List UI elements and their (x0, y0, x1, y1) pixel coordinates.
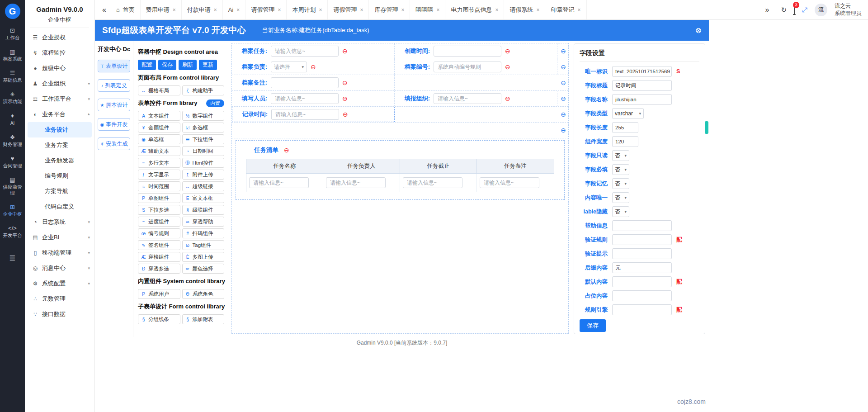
sidebar-item[interactable]: ⚙ 系统配置 ▾ (25, 276, 94, 291)
form-control-button[interactable]: ☰ 下拉组件 (182, 134, 225, 144)
builtin-badge[interactable]: 内置 (206, 99, 224, 107)
form-control-button[interactable]: Æ 辅助文本 (138, 146, 180, 156)
field-select[interactable]: 请选择▾ (271, 62, 307, 72)
tab[interactable]: 请假管理 × (245, 0, 287, 19)
settings-input[interactable] (612, 220, 672, 231)
sidebar-item[interactable]: ▤ 企业BI ▾ (25, 230, 94, 245)
settings-input[interactable] (612, 276, 672, 287)
form-control-button[interactable]: ⓔ Html控件 (182, 158, 225, 168)
settings-config-link[interactable]: 配 (676, 278, 682, 286)
tab[interactable]: ⌂ 首页 (111, 0, 141, 19)
rail-item[interactable]: </> 开发平台 (0, 221, 25, 242)
field-input[interactable]: 请输入信息~ (271, 46, 339, 57)
fullscreen-icon[interactable]: ⤢ (802, 6, 807, 14)
rail-item[interactable]: ✦ Ai (0, 109, 25, 130)
tab-close-icon[interactable]: × (278, 7, 281, 13)
subform-control-button[interactable]: § 添加附表 (182, 314, 225, 324)
tasklist-cell-input[interactable]: 请输入信息~ (480, 177, 539, 188)
sidebar-item[interactable]: ◎ 消息中心 ▾ (25, 260, 94, 276)
tab[interactable]: 本周计划 × (287, 0, 328, 19)
layout-control-button[interactable]: ζ 构建助手 (182, 85, 225, 95)
settings-select[interactable]: 否▾ (612, 164, 629, 175)
form-control-button[interactable]: ~ 进度组件 (138, 217, 180, 227)
form-control-button[interactable]: E 富文本框 (182, 193, 225, 203)
settings-select[interactable]: 否▾ (612, 206, 629, 217)
settings-input[interactable] (612, 234, 672, 245)
form-control-button[interactable]: ≡ 多行文本 (138, 158, 180, 168)
tab-close-icon[interactable]: × (360, 7, 363, 13)
sidebar-item[interactable]: 业务设计 (28, 122, 92, 137)
form-field-cell[interactable]: 档案任务: 请输入信息~ ⊖ (232, 43, 395, 59)
tab[interactable]: 库存管理 × (369, 0, 410, 19)
tasklist-cell-input[interactable]: 请输入信息~ (403, 177, 462, 188)
tab[interactable]: Ai × (223, 0, 246, 19)
sidebar-item[interactable]: ◐ 业务平台 ▾ (25, 107, 94, 122)
settings-input[interactable]: text_202510171512569 (612, 66, 672, 77)
dev-center-button[interactable]: ♪ 列表定义 (98, 79, 130, 92)
form-control-button[interactable]: S 下拉多选 (138, 205, 180, 215)
tab-close-icon[interactable]: × (319, 7, 322, 13)
row-delete-icon[interactable]: ⊖ (561, 79, 566, 86)
form-control-button[interactable]: ✏ 颜色选择 (182, 264, 225, 274)
dev-center-button[interactable]: ★ 脚本设计 (98, 99, 130, 111)
rail-item[interactable]: ▤ 供应商管理 (0, 173, 25, 200)
tab[interactable]: 嘻嘻嘻 × (410, 0, 445, 19)
form-control-button[interactable]: Æ 穿梭组件 (138, 252, 180, 262)
form-control-button[interactable]: Đ 穿透多选 (138, 264, 180, 274)
rail-menu-icon[interactable]: ☰ (9, 254, 15, 262)
subform-control-button[interactable]: § 分组线条 (138, 314, 180, 324)
settings-select[interactable]: 否▾ (612, 150, 629, 161)
system-control-button[interactable]: P 系统用户 (138, 289, 180, 299)
canvas-action-button[interactable]: 配置 (138, 60, 156, 70)
field-input[interactable]: 请输入信息~ (271, 109, 339, 120)
form-control-button[interactable]: ω Tag组件 (182, 240, 225, 250)
field-delete-icon[interactable]: ⊖ (311, 64, 316, 70)
field-delete-icon[interactable]: ⊖ (505, 95, 510, 102)
sidebar-item[interactable]: 代码自定义 (25, 199, 94, 214)
field-input[interactable]: 系统自动编号规则 (434, 62, 501, 72)
tab-close-icon[interactable]: × (495, 7, 498, 13)
form-control-button[interactable]: ☑ 多选框 (182, 123, 225, 133)
form-control-button[interactable]: ✎ 签名组件 (138, 240, 180, 250)
settings-config-link[interactable]: 配 (676, 306, 682, 314)
rail-item[interactable]: ❖ 财务管理 (0, 130, 25, 152)
form-field-cell[interactable]: 档案备注: ⊖ (232, 75, 395, 90)
dev-center-button[interactable]: ⊤ 表单设计 (98, 60, 130, 72)
field-input[interactable]: 请输入信息~ (434, 93, 501, 104)
avatar[interactable]: 流 (815, 4, 827, 16)
form-control-button[interactable]: P 单图组件 (138, 193, 180, 203)
settings-select[interactable]: varchar▾ (612, 108, 644, 119)
close-icon[interactable]: ⊗ (695, 26, 702, 35)
sidebar-item[interactable]: ☴ 企业授权 (25, 30, 94, 45)
user-info[interactable]: 流之云 系统管理员 (835, 3, 862, 17)
dev-center-button[interactable]: ✳ 安装生成 (98, 137, 130, 150)
field-input[interactable] (434, 46, 501, 57)
canvas-action-button[interactable]: 保存 (158, 60, 176, 70)
tasklist-delete-icon[interactable]: ⊖ (284, 147, 289, 153)
settings-input[interactable] (612, 248, 672, 259)
form-control-button[interactable]: ◉ 单选框 (138, 134, 180, 144)
form-field-cell[interactable]: 记录时间: 请输入信息~ ⊖ (232, 107, 395, 122)
settings-select[interactable]: 否▾ (612, 178, 629, 189)
field-delete-icon[interactable]: ⊖ (505, 64, 510, 70)
sidebar-item[interactable]: ↯ 流程监控 (25, 45, 94, 61)
sidebar-item[interactable]: ♟ 企业组织 ▾ (25, 76, 94, 91)
tab-close-icon[interactable]: × (214, 7, 217, 13)
row-delete-icon[interactable]: ⊖ (561, 127, 566, 134)
tab[interactable]: 请假管理 × (328, 0, 369, 19)
tabs-scroll-right-icon[interactable]: » (761, 6, 774, 14)
field-delete-icon[interactable]: ⊖ (343, 111, 348, 118)
form-control-button[interactable]: ½ 数字组件 (182, 111, 225, 121)
notifications-bell-icon[interactable]: 3 (794, 5, 795, 14)
sidebar-item[interactable]: ▯ 移动端管理 ▾ (25, 245, 94, 260)
field-delete-icon[interactable]: ⊖ (342, 48, 348, 54)
tab-close-icon[interactable]: × (436, 7, 439, 13)
tab[interactable]: 付款申请 × (182, 0, 223, 19)
tasklist-cell-input[interactable]: 请输入信息~ (249, 177, 309, 188)
settings-input[interactable]: 元 (612, 262, 672, 273)
canvas-action-button[interactable]: 刷新 (179, 60, 197, 70)
tab-close-icon[interactable]: × (536, 7, 539, 13)
form-control-button[interactable]: A 文本组件 (138, 111, 180, 121)
app-logo[interactable]: G (5, 4, 20, 19)
row-delete-icon[interactable]: ⊖ (561, 47, 566, 55)
